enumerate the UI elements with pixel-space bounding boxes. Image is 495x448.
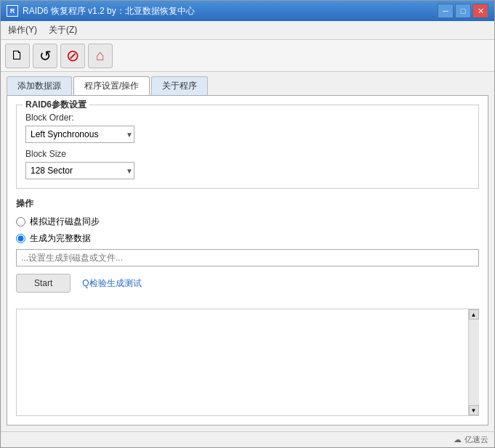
page-icon: 🗋	[11, 48, 24, 63]
toolbar-page-button[interactable]: 🗋	[5, 44, 30, 68]
raid6-settings-title: RAID6参数设置	[23, 99, 89, 111]
radio-simulate-row: 模拟进行磁盘同步	[16, 216, 479, 228]
scrollbar-down-button[interactable]: ▼	[469, 405, 479, 415]
app-icon: R	[7, 5, 18, 17]
start-button[interactable]: Start	[16, 274, 71, 293]
scrollbar-up-button[interactable]: ▲	[469, 309, 479, 319]
radio-generate[interactable]	[16, 234, 25, 243]
block-size-select[interactable]: 64 Sector 128 Sector 256 Sector 512 Sect…	[25, 162, 134, 179]
radio-generate-row: 生成为完整数据	[16, 232, 479, 245]
footer: ☁ 亿速云	[1, 431, 494, 447]
log-scrollbar: ▲ ▼	[468, 309, 478, 415]
toolbar-stop-button[interactable]: ⊘	[60, 44, 85, 68]
tab-about[interactable]: 关于程序	[151, 76, 208, 95]
tab-add-datasource[interactable]: 添加数据源	[7, 76, 72, 95]
restore-button[interactable]: □	[455, 4, 471, 18]
scrollbar-track	[469, 319, 479, 405]
stop-icon: ⊘	[66, 46, 79, 65]
log-area: ▲ ▼	[16, 309, 479, 416]
footer-logo: ☁ 亿速云	[454, 434, 488, 445]
toolbar-refresh-button[interactable]: ↺	[33, 44, 57, 68]
toolbar: 🗋 ↺ ⊘ ⌂	[1, 40, 494, 72]
actions-row: Start Q检验生成测试	[16, 274, 479, 293]
block-size-label: Block Size	[25, 149, 470, 159]
tab-program-settings[interactable]: 程序设置/操作	[73, 76, 150, 95]
menu-bar: 操作(Y) 关于(Z)	[1, 21, 494, 40]
toolbar-home-button[interactable]: ⌂	[88, 44, 113, 68]
tab-bar: 添加数据源 程序设置/操作 关于程序	[1, 72, 494, 95]
raid6-settings-group: RAID6参数设置 Block Order: Left Synchronous …	[16, 105, 479, 189]
operations-title: 操作	[16, 197, 479, 210]
main-window: R RAID6 恢复程序 v1.2 by：北亚数据恢复中心 ─ □ ✕ 操作(Y…	[0, 0, 495, 448]
block-order-label: Block Order:	[25, 113, 470, 123]
menu-about[interactable]: 关于(Z)	[44, 23, 81, 38]
radio-generate-label: 生成为完整数据	[30, 232, 91, 245]
footer-brand: 亿速云	[464, 434, 488, 445]
block-order-select[interactable]: Left Synchronous Left Asymmetric Right S…	[25, 126, 134, 143]
radio-simulate-label: 模拟进行磁盘同步	[30, 216, 100, 228]
title-bar: R RAID6 恢复程序 v1.2 by：北亚数据恢复中心 ─ □ ✕	[1, 1, 494, 21]
window-title: RAID6 恢复程序 v1.2 by：北亚数据恢复中心	[23, 5, 195, 17]
title-buttons: ─ □ ✕	[438, 4, 488, 18]
title-bar-left: R RAID6 恢复程序 v1.2 by：北亚数据恢复中心	[7, 5, 195, 17]
block-size-wrapper: 64 Sector 128 Sector 256 Sector 512 Sect…	[25, 162, 134, 179]
close-button[interactable]: ✕	[472, 4, 488, 18]
operations-section: 操作 模拟进行磁盘同步 生成为完整数据 Start Q检验生成测试	[16, 197, 479, 301]
minimize-button[interactable]: ─	[438, 4, 454, 18]
main-content: RAID6参数设置 Block Order: Left Synchronous …	[7, 95, 488, 425]
cloud-icon: ☁	[454, 435, 462, 444]
menu-operations[interactable]: 操作(Y)	[4, 23, 41, 38]
radio-simulate[interactable]	[16, 217, 25, 227]
home-icon: ⌂	[96, 47, 105, 64]
output-path-input[interactable]	[16, 249, 479, 266]
refresh-icon: ↺	[39, 47, 52, 65]
verify-link[interactable]: Q检验生成测试	[82, 277, 141, 290]
block-order-wrapper: Left Synchronous Left Asymmetric Right S…	[25, 126, 134, 143]
